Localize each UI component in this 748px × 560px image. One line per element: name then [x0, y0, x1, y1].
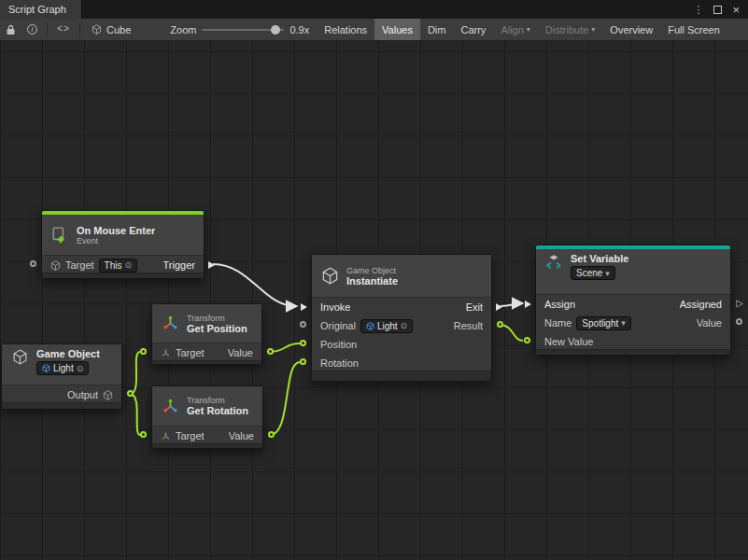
original-object-field[interactable]: Light ⊙: [360, 319, 413, 333]
node-on-mouse-enter[interactable]: On Mouse Enter Event Target This ⊙ Trigg…: [41, 210, 205, 279]
original-input-port[interactable]: [300, 321, 306, 328]
variable-name-dropdown[interactable]: Spotlight ▾: [576, 316, 630, 330]
carry-button[interactable]: Carry: [453, 19, 493, 40]
tab-script-graph[interactable]: Script Graph: [0, 0, 82, 19]
game-object-icon: [319, 266, 340, 287]
graph-canvas[interactable]: On Mouse Enter Event Target This ⊙ Trigg…: [0, 41, 748, 560]
original-label: Original: [320, 320, 356, 331]
assign-input-port[interactable]: [525, 301, 531, 308]
node-set-variable[interactable]: Set Variable Scene ▾ Assign Assigned ▷ N…: [535, 245, 731, 356]
graph-name: Cube: [106, 24, 131, 35]
value-output-port[interactable]: [268, 431, 275, 438]
node-instantiate[interactable]: Game Object Instantiate Invoke Exit Orig…: [311, 254, 492, 382]
game-object-mini-icon: [103, 390, 113, 400]
dim-button[interactable]: Dim: [420, 19, 454, 40]
new-value-label: New Value: [544, 336, 593, 347]
node-header: Set Variable Scene ▾: [536, 249, 730, 295]
set-variable-icon: [543, 253, 564, 272]
node-get-position[interactable]: Transform Get Position Target Value: [151, 303, 262, 365]
exit-label: Exit: [466, 301, 483, 313]
zoom-slider-thumb[interactable]: [271, 25, 280, 35]
wire-trigger-invoke: [213, 264, 295, 306]
target-label: Target: [65, 259, 94, 271]
zoom-slider[interactable]: [202, 29, 284, 31]
position-input-port[interactable]: [300, 340, 306, 346]
more-menu-icon[interactable]: ⋮: [693, 4, 703, 16]
fullscreen-button[interactable]: Full Screen: [660, 19, 727, 40]
chevron-down-icon: ▾: [605, 269, 610, 278]
graph-breadcrumb[interactable]: Cube: [84, 24, 138, 35]
close-icon[interactable]: ×: [732, 4, 740, 16]
maximize-icon[interactable]: [713, 6, 722, 14]
port-row: Original Light ⊙ Result: [312, 316, 491, 335]
relations-button[interactable]: Relations: [317, 19, 374, 40]
exit-output-port[interactable]: [496, 303, 502, 311]
node-title: Get Rotation: [187, 405, 248, 416]
port-row: Position: [312, 335, 491, 354]
values-button[interactable]: Values: [374, 19, 420, 40]
code-preview-icon[interactable]: <>: [51, 19, 76, 40]
value-output-port[interactable]: [267, 348, 274, 355]
position-label: Position: [320, 339, 357, 350]
rotation-input-port[interactable]: [300, 358, 306, 365]
node-category: Transform: [187, 314, 247, 323]
game-object-mini-icon: [42, 364, 50, 372]
game-object-mini-icon: [50, 260, 61, 271]
wire-position-value: [270, 343, 300, 352]
node-header: Game Object Instantiate: [312, 255, 491, 298]
assigned-output-port[interactable]: ▷: [736, 299, 743, 308]
node-header: Game Object Light ⊙: [2, 344, 121, 385]
target-input-port[interactable]: [30, 260, 36, 267]
node-header: Transform Get Rotation: [152, 386, 262, 427]
node-header: Transform Get Position: [152, 304, 261, 343]
chevron-down-icon: ▾: [621, 318, 626, 328]
port-row: Target This ⊙ Trigger: [42, 256, 204, 274]
object-picker-icon[interactable]: ⊙: [77, 364, 84, 373]
trigger-output-port[interactable]: [208, 261, 215, 269]
node-category: Transform: [187, 396, 248, 405]
this-object-field[interactable]: This ⊙: [99, 259, 137, 273]
info-icon[interactable]: i: [21, 19, 43, 40]
overview-button[interactable]: Overview: [602, 19, 660, 40]
window-controls: ⋮ ×: [693, 0, 748, 19]
wire-result-newvalue: [500, 325, 523, 341]
align-button[interactable]: Align▾: [493, 19, 537, 40]
zoom-control: Zoom 0.9x: [170, 24, 309, 35]
lock-icon[interactable]: [0, 19, 21, 40]
wire-rotation-value: [270, 362, 300, 435]
node-category: Game Object: [346, 266, 398, 275]
object-picker-icon[interactable]: ⊙: [401, 321, 408, 330]
light-object-field[interactable]: Light ⊙: [36, 361, 89, 375]
new-value-input-port[interactable]: [524, 337, 530, 343]
port-row: Rotation: [312, 354, 491, 372]
value-output-port[interactable]: [736, 318, 742, 325]
value-label: Value: [697, 317, 722, 329]
output-port[interactable]: [127, 390, 134, 397]
transform-icon: [160, 314, 180, 334]
target-input-port[interactable]: [140, 348, 147, 355]
node-get-rotation[interactable]: Transform Get Rotation Target Value: [151, 385, 263, 449]
object-picker-icon[interactable]: ⊙: [124, 260, 132, 270]
node-footer: [312, 371, 491, 381]
target-input-port[interactable]: [140, 431, 147, 438]
transform-mini-icon: [161, 348, 171, 358]
target-label: Target: [176, 430, 205, 441]
cube-icon: [92, 24, 102, 35]
invoke-input-port[interactable]: [301, 303, 307, 311]
zoom-value: 0.9x: [289, 24, 309, 35]
transform-mini-icon: [161, 431, 171, 441]
node-title: On Mouse Enter: [77, 225, 155, 236]
port-row: Output: [2, 385, 121, 404]
invoke-label: Invoke: [320, 301, 350, 313]
assign-label: Assign: [544, 299, 575, 310]
value-label: Value: [228, 347, 253, 358]
distribute-button[interactable]: Distribute▾: [538, 19, 602, 40]
node-title: Instantiate: [346, 275, 398, 287]
result-output-port[interactable]: [497, 321, 503, 328]
node-title: Game Object: [36, 348, 100, 359]
zoom-label: Zoom: [170, 24, 196, 35]
port-row: Invoke Exit: [312, 298, 491, 316]
wire-output-getrotation: [130, 394, 140, 435]
node-light-object[interactable]: Game Object Light ⊙ Output: [1, 343, 122, 410]
variable-scope-dropdown[interactable]: Scene ▾: [571, 266, 615, 280]
